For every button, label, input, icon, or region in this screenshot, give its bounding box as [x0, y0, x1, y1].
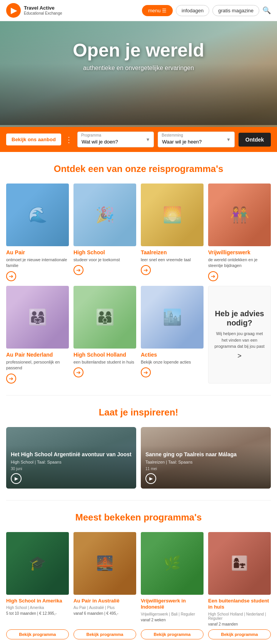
hero-subtitle: authentieke en onvergetelijke ervaringen [0, 65, 277, 72]
program-card-taalreizen[interactable]: 🌅 Taalreizen leer snel een vreemde taal … [141, 184, 204, 281]
program-card-vrijwilligers[interactable]: 👫 Vrijwilligerswerk de wereld ontdekken … [208, 184, 271, 281]
taalreizen-image: 🌅 [141, 184, 204, 246]
program-card-au-pair-nl[interactable]: 👨‍👩‍👧 Au Pair Nederland professioneel, p… [6, 286, 69, 384]
infodagen-button[interactable]: infodagen [176, 5, 209, 16]
hero-content: Open je wereld authentieke en onvergetel… [0, 40, 277, 72]
header: ▶ Travel Active Educational Exchange men… [0, 0, 277, 21]
mv-subtitle-0: High School | Amerika [6, 606, 69, 610]
mv-title-3: Een buitenlandse student in huis [208, 598, 271, 611]
mv-title-2: Vrijwilligerswerk in Indonesië [141, 598, 204, 611]
mv-title-1: Au Pair in Australië [73, 598, 136, 604]
inspire-card-0[interactable]: Het High School Argentinië avontuur van … [6, 427, 136, 489]
inspire-story-title-1: Sanne ging op Taalreis naar Málaga [145, 451, 266, 458]
bekijk-aanbod-button[interactable]: Bekijk ons aanbod [6, 133, 61, 145]
inspire-content-0: Het High School Argentinië avontuur van … [6, 446, 136, 488]
program-grid: 🌊 Au Pair ontmoet je nieuwe internationa… [6, 184, 271, 384]
mv-img-3: 👩‍👧 [208, 532, 271, 595]
high-school-image: 🎉 [73, 184, 136, 246]
program-card-high-school[interactable]: 🎉 High School studeer voor je toekomst ➔ [73, 184, 136, 281]
vrijwilligers-image: 👫 [208, 184, 271, 246]
menu-button[interactable]: menu ☰ [142, 5, 173, 16]
bestemming-select-wrap: Bestemming Waar wil je heen? ▼ [158, 132, 234, 147]
mv-detail-1: vanaf 6 maanden | € 495,- [73, 611, 136, 616]
logo-area: ▶ Travel Active Educational Exchange [6, 3, 62, 18]
program-card-hs-holland[interactable]: 👨‍👩‍👦 High School Holland een buitenland… [73, 286, 136, 384]
mv-img-0: 🎓 [6, 532, 69, 595]
inspire-story-title-0: Het High School Argentinië avontuur van … [11, 451, 132, 458]
high-school-link-icon[interactable]: ➔ [73, 265, 83, 275]
au-pair-title: Au Pair [6, 249, 69, 255]
inspire-grid: Het High School Argentinië avontuur van … [6, 427, 271, 489]
inspire-section: Laat je inspireren! Het High School Arge… [0, 395, 277, 500]
header-nav: menu ☰ infodagen gratis magazine 🔍 [142, 5, 271, 16]
high-school-desc: studeer voor je toekomst [73, 257, 136, 263]
logo-line2: Educational Exchange [24, 11, 62, 16]
logo-line1: Travel Active [24, 5, 62, 11]
mv-img-1: 🌉 [73, 532, 136, 595]
mv-img-2: 🌿 [141, 532, 204, 595]
program-card-acties[interactable]: 🏙️ Acties Bekijk onze lopende acties ➔ [141, 286, 204, 384]
taalreizen-title: Taalreizen [141, 249, 204, 255]
inspire-story-meta-1: Taalreizen | Taal: Spaans [145, 460, 266, 464]
taalreizen-link-icon[interactable]: ➔ [141, 265, 151, 275]
inspire-play-icon-0[interactable]: ▶ [11, 473, 22, 484]
acties-link-icon[interactable]: ➔ [141, 367, 151, 377]
hero-section: Open je wereld authentieke en onvergetel… [0, 21, 277, 152]
mv-card-3: 👩‍👧 Een buitenlandse student in huis Hig… [208, 532, 271, 640]
high-school-title: High School [73, 249, 136, 255]
mv-card-2: 🌿 Vrijwilligerswerk in Indonesië Vrijwil… [141, 532, 204, 640]
inspire-play-icon-1[interactable]: ▶ [145, 473, 156, 484]
mv-subtitle-2: Vrijwilligerswerk | Bali | Regulier [141, 612, 204, 616]
au-pair-desc: ontmoet je nieuwe internationale familie [6, 257, 69, 269]
most-viewed-section: Meest bekeken programma's 🎓 High School … [0, 501, 277, 644]
hero-title: Open je wereld [0, 40, 277, 61]
ontdek-button[interactable]: Ontdek [239, 133, 271, 147]
mv-btn-1[interactable]: Bekijk programma [73, 629, 136, 639]
taalreizen-desc: leer snel een vreemde taal [141, 257, 204, 263]
mv-title-0: High School in Amerika [6, 598, 69, 604]
inspire-story-meta-0: High School | Taal: Spaans [11, 460, 132, 464]
hs-holland-link-icon[interactable]: ➔ [73, 367, 83, 377]
most-viewed-title: Meest bekeken programma's [6, 512, 271, 523]
inspire-story-date-0: 30 juni [11, 467, 132, 471]
bestemming-label: Bestemming [162, 133, 183, 137]
mv-detail-0: 5 tot 10 maanden | € 12.995,- [6, 611, 69, 616]
acties-image: 🏙️ [141, 286, 204, 349]
search-button[interactable]: 🔍 [262, 6, 271, 15]
acties-title: Acties [141, 352, 204, 358]
mv-subtitle-1: Au Pair | Australië | Plus [73, 606, 136, 610]
mv-card-0: 🎓 High School in Amerika High School | A… [6, 532, 69, 640]
dots-separator: ⋮ [65, 135, 73, 144]
advice-arrow-icon: > [237, 352, 242, 360]
mv-btn-2[interactable]: Bekijk programma [141, 629, 204, 639]
magazine-button[interactable]: gratis magazine [212, 5, 259, 16]
advice-title: Heb je advies nodig? [214, 309, 265, 327]
most-viewed-grid: 🎓 High School in Amerika High School | A… [6, 532, 271, 640]
programma-select-wrap: Programma Wat wil je doen? ▼ [77, 132, 154, 147]
hs-holland-desc: een buitenlandse student in huis [73, 359, 136, 365]
inspire-content-1: Sanne ging op Taalreis naar Málaga Taalr… [141, 446, 271, 488]
au-pair-nl-desc: professioneel, persoonlijk en passend [6, 359, 69, 371]
acties-desc: Bekijk onze lopende acties [141, 359, 204, 365]
advice-card[interactable]: Heb je advies nodig? Wij helpen jou graa… [208, 286, 271, 384]
programs-title: Ontdek een van onze reisprogramma's [6, 164, 271, 174]
mv-detail-2: vanaf 2 weken [141, 618, 204, 622]
au-pair-nl-link-icon[interactable]: ➔ [6, 374, 16, 384]
mv-subtitle-3: High School Holland | Nederland | Reguli… [208, 612, 271, 621]
mv-card-1: 🌉 Au Pair in Australië Au Pair | Austral… [73, 532, 136, 640]
programs-section: Ontdek een van onze reisprogramma's 🌊 Au… [0, 152, 277, 395]
inspire-card-1[interactable]: Sanne ging op Taalreis naar Málaga Taalr… [141, 427, 271, 489]
mv-btn-0[interactable]: Bekijk programma [6, 629, 69, 639]
au-pair-nl-title: Au Pair Nederland [6, 352, 69, 358]
vrijwilligers-link-icon[interactable]: ➔ [208, 271, 218, 281]
mv-btn-3[interactable]: Bekijk programma [208, 629, 271, 639]
mv-detail-3: vanaf 2 maanden [208, 622, 271, 626]
vrijwilligers-title: Vrijwilligerswerk [208, 249, 271, 255]
program-card-au-pair[interactable]: 🌊 Au Pair ontmoet je nieuwe internationa… [6, 184, 69, 281]
au-pair-nl-image: 👨‍👩‍👧 [6, 286, 69, 349]
au-pair-link-icon[interactable]: ➔ [6, 271, 16, 281]
hs-holland-title: High School Holland [73, 352, 136, 358]
search-bar: Bekijk ons aanbod ⋮ Programma Wat wil je… [0, 127, 277, 152]
logo-text: Travel Active Educational Exchange [24, 5, 62, 16]
vrijwilligers-desc: de wereld ontdekken en je steentje bijdr… [208, 257, 271, 269]
